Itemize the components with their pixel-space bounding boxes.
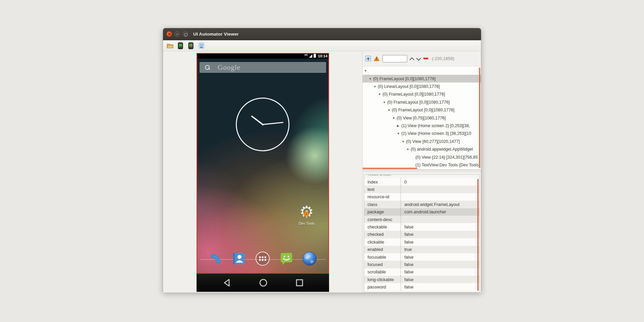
back-button-icon[interactable]	[222, 278, 232, 288]
tree-horizontal-scrollbar[interactable]	[363, 168, 417, 169]
property-value: 0	[400, 178, 479, 185]
nav-bar	[197, 274, 329, 292]
home-button-icon[interactable]	[258, 278, 268, 288]
save-screenshot-icon[interactable]	[198, 42, 205, 49]
tree-node-label: (2) View {Home screen 3} [36,253][10	[401, 131, 471, 136]
detail-vertical-scrollbar[interactable]	[477, 179, 479, 291]
property-value: true	[400, 246, 479, 253]
tree-toolbar: ! (-220,1659)	[363, 51, 481, 66]
status-clock: 10:14	[318, 54, 327, 58]
node-detail-row[interactable]: packagecom.android.launcher	[364, 208, 479, 216]
ui-automator-viewer-window: UI Automator Viewer	[163, 28, 481, 292]
expanded-arrow-icon[interactable]: ▼	[387, 108, 392, 112]
window-title: UI Automator Viewer	[193, 32, 239, 37]
tree-node[interactable]: ▼(0) View [0,75][1080,1776]	[363, 114, 481, 122]
dock	[197, 251, 329, 268]
tree-view[interactable]: ▼▼(0) FrameLayout [0,0][1080,1776]▼(0) L…	[363, 66, 481, 170]
recents-button-icon[interactable]	[294, 278, 305, 288]
tree-node[interactable]: (0) View {22:14} [324,301][756,85	[363, 153, 481, 161]
search-previous-icon[interactable]	[410, 57, 414, 61]
search-next-icon[interactable]	[417, 57, 421, 61]
collapsed-arrow-icon[interactable]: ▶	[397, 124, 401, 127]
app-drawer-icon[interactable]	[255, 251, 270, 266]
expanded-arrow-icon[interactable]: ▼	[378, 93, 382, 96]
node-detail-row[interactable]: resource-id	[364, 193, 479, 201]
expanded-arrow-icon[interactable]: ▼	[397, 132, 401, 135]
signal-icon	[309, 54, 312, 58]
node-detail-row[interactable]: focusedfalse	[364, 261, 479, 268]
node-detail-row[interactable]: focusablefalse	[364, 253, 479, 261]
property-value: false	[400, 261, 479, 268]
property-value	[400, 185, 479, 193]
tree-node-label: (0) View [0,75][1080,1776]	[396, 116, 445, 120]
phone-icon[interactable]	[208, 251, 223, 266]
browser-icon[interactable]	[302, 251, 317, 266]
property-name: checkable	[364, 224, 400, 229]
node-detail-row[interactable]: enabledtrue	[364, 246, 479, 253]
messaging-icon[interactable]	[279, 251, 294, 266]
close-button[interactable]	[166, 31, 172, 37]
dev-tools-label: Dev Tools	[296, 221, 317, 225]
node-detail-row[interactable]: checkedfalse	[364, 231, 479, 238]
warning-icon[interactable]: !	[374, 56, 380, 61]
property-value: false	[400, 231, 479, 238]
expanded-arrow-icon[interactable]: ▼	[392, 116, 396, 120]
expanded-arrow-icon[interactable]: ▼	[401, 140, 406, 143]
expanded-arrow-icon[interactable]: ▼	[369, 77, 373, 80]
property-name: password	[364, 284, 400, 289]
minimize-button[interactable]	[174, 31, 180, 37]
node-detail-row[interactable]: long-clickablefalse	[364, 276, 479, 283]
hierarchy-panel: ! (-220,1659) ▼▼(0) FrameLayout [0,0][10…	[362, 51, 481, 292]
maximize-button[interactable]	[182, 31, 188, 37]
google-search-bar[interactable]: Google	[200, 62, 326, 73]
property-name: text	[364, 187, 400, 192]
node-detail-title: Node Detail	[366, 174, 392, 176]
node-detail-panel: Node Detail index0textresource-idclassan…	[363, 172, 481, 292]
node-detail-row[interactable]: clickablefalse	[364, 238, 479, 246]
node-detail-row[interactable]: passwordfalse	[364, 283, 479, 290]
wallpaper	[197, 59, 329, 274]
tree-node[interactable]: ▼(0) View [60,277][1020,1477]	[363, 138, 481, 145]
screenshot-panel: 3G 10:14 Google ⚙	[163, 51, 362, 292]
property-name: focusable	[364, 255, 400, 260]
clock-center	[262, 124, 264, 125]
expanded-arrow-icon[interactable]: ▼	[373, 85, 378, 88]
expanded-arrow-icon[interactable]: ▼	[383, 101, 387, 104]
tree-node-label: (1) View {Home screen 2} [0,253][38,	[401, 123, 470, 128]
tree-search-input[interactable]	[382, 55, 407, 62]
node-detail-row[interactable]: index0	[364, 178, 479, 185]
network-type-label: 3G	[305, 54, 308, 56]
tree-node[interactable]: ▼	[363, 67, 481, 75]
open-folder-icon[interactable]	[166, 42, 174, 49]
node-detail-row[interactable]: scrollablefalse	[364, 268, 479, 276]
analog-clock-widget[interactable]	[236, 98, 289, 151]
dev-tools-shortcut[interactable]: ⚙ Dev Tools	[296, 204, 317, 225]
tree-node-label: (0) FrameLayout [0,0][1080,1776]	[387, 100, 449, 105]
expanded-arrow-icon[interactable]: ▼	[364, 69, 368, 72]
tree-node[interactable]: ▼(0) LinearLayout [0,0][1080,1776]	[363, 83, 481, 90]
property-value: false	[400, 268, 479, 276]
contacts-icon[interactable]	[231, 251, 247, 266]
device-screenshot-icon[interactable]	[177, 42, 184, 49]
property-name: class	[364, 202, 400, 207]
device-screenshot-compressed-icon[interactable]	[187, 42, 195, 49]
node-detail-row[interactable]: content-desc	[364, 216, 479, 223]
property-name: checked	[364, 232, 400, 237]
titlebar[interactable]: UI Automator Viewer	[163, 28, 481, 40]
clear-search-icon[interactable]	[423, 58, 428, 59]
tree-vertical-scrollbar[interactable]	[479, 67, 480, 168]
tree-node[interactable]: ▼(0) FrameLayout [0,0][1080,1776]	[363, 91, 481, 98]
tree-node[interactable]: ▼(0) FrameLayout [0,0][1080,1776]	[363, 98, 481, 106]
tree-node[interactable]: ▼(0) android.appwidget.AppWidget	[363, 146, 481, 153]
tree-node[interactable]: ▼(0) FrameLayout [0,0][1080,1776]	[363, 75, 481, 83]
node-detail-row[interactable]: classandroid.widget.FrameLayout	[364, 201, 479, 208]
expand-all-icon[interactable]	[365, 56, 371, 61]
property-name: index	[364, 179, 400, 184]
node-detail-row[interactable]: text	[364, 185, 479, 193]
tree-node[interactable]: ▶(1) View {Home screen 2} [0,253][38,	[363, 122, 481, 129]
node-detail-row[interactable]: checkablefalse	[364, 223, 479, 230]
tree-node[interactable]: ▼(2) View {Home screen 3} [36,253][10	[363, 130, 481, 138]
expanded-arrow-icon[interactable]: ▼	[406, 148, 411, 151]
tree-node[interactable]: ▼(0) FrameLayout [0,0][1080,1776]	[363, 106, 481, 114]
device-screenshot[interactable]: 3G 10:14 Google ⚙	[197, 53, 329, 292]
